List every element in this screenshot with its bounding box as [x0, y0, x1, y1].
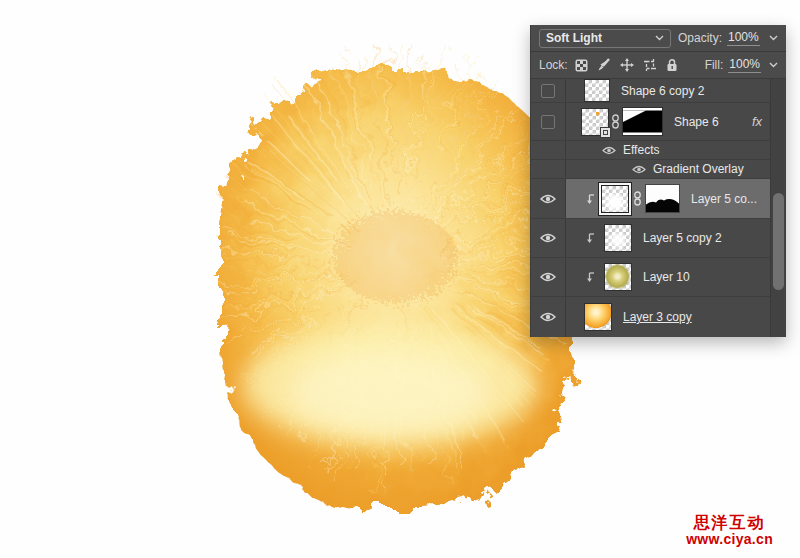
link-icon[interactable]: [611, 114, 620, 129]
clipping-mask-arrow-icon: [586, 193, 596, 205]
lock-artboard-icon[interactable]: [643, 58, 657, 72]
layers-panel: Soft Light Opacity: 100% Lock:: [530, 25, 786, 337]
layer-name[interactable]: Shape 6 copy 2: [621, 84, 704, 98]
lock-all-icon[interactable]: [666, 58, 678, 72]
layer-name[interactable]: Layer 5 copy 2: [643, 231, 722, 245]
watermark: 思洋互动 www.ciya.cn: [686, 515, 773, 547]
visibility-toggle[interactable]: [531, 219, 566, 257]
visibility-toggle[interactable]: [531, 179, 566, 218]
clipping-mask-arrow-icon: [586, 232, 596, 244]
thumbnail-content: [585, 304, 611, 330]
eye-icon: [540, 272, 556, 282]
lock-transparency-icon[interactable]: [575, 59, 588, 72]
hidden-layer-box: [541, 84, 555, 98]
clipping-mask-arrow-icon: [586, 271, 596, 283]
layer-row-layer3copy[interactable]: Layer 3 copy: [531, 297, 786, 337]
chevron-down-icon: [655, 35, 664, 41]
layer-mask-thumbnail[interactable]: [646, 185, 679, 212]
layer-row-shape6[interactable]: Shape 6 fx: [531, 103, 786, 141]
eye-icon: [540, 194, 556, 204]
hidden-layer-box: [541, 115, 555, 129]
layer-name[interactable]: Layer 10: [643, 270, 690, 284]
layer-row-layer10[interactable]: Layer 10: [531, 258, 786, 297]
effects-row[interactable]: Effects: [531, 141, 786, 160]
effect-eye-icon[interactable]: [632, 165, 646, 174]
eye-cell: [531, 141, 566, 159]
fill-value[interactable]: 100%: [728, 57, 761, 73]
opacity-label: Opacity:: [678, 31, 722, 45]
layer-thumbnail[interactable]: [605, 225, 631, 251]
effect-label[interactable]: Gradient Overlay: [653, 162, 744, 176]
layer-thumbnail[interactable]: [585, 80, 609, 101]
thumbnail-content: [602, 186, 628, 212]
effects-eye-icon[interactable]: [602, 146, 616, 155]
layers-list: Shape 6 copy 2: [531, 79, 786, 337]
scrollbar-thumb[interactable]: [773, 193, 784, 290]
layer-mask-thumbnail[interactable]: [623, 108, 662, 135]
watermark-text: 思洋互动: [686, 515, 773, 532]
layer-row-layer5copy2[interactable]: Layer 5 copy 2: [531, 219, 786, 258]
thumbnail-content: [605, 225, 631, 251]
layer-thumbnail[interactable]: [582, 109, 608, 135]
layer-name[interactable]: Layer 3 copy: [623, 310, 692, 324]
watermark-url: www.ciya.cn: [686, 532, 773, 547]
visibility-toggle[interactable]: [531, 103, 566, 140]
blend-mode-row: Soft Light Opacity: 100%: [531, 25, 786, 52]
thumbnail-content: [605, 264, 631, 290]
fill-chevron-icon[interactable]: [769, 62, 778, 68]
layer-row-shape6copy2[interactable]: Shape 6 copy 2: [531, 79, 786, 103]
visibility-toggle[interactable]: [531, 79, 566, 102]
fx-badge[interactable]: fx: [752, 114, 762, 129]
blend-mode-dropdown[interactable]: Soft Light: [539, 29, 671, 48]
canvas: Soft Light Opacity: 100% Lock:: [0, 0, 800, 558]
visibility-toggle[interactable]: [531, 258, 566, 296]
lock-fill-row: Lock:: [531, 52, 786, 79]
layer-row-layer5copy-selected[interactable]: Layer 5 co...: [531, 179, 786, 219]
lock-label: Lock:: [539, 58, 568, 72]
lock-pixels-icon[interactable]: [597, 58, 611, 72]
layer-thumbnail[interactable]: [605, 264, 631, 290]
scrollbar-track[interactable]: [770, 79, 786, 337]
fill-label: Fill:: [705, 58, 724, 72]
blend-mode-value: Soft Light: [546, 31, 602, 45]
eye-icon: [540, 312, 556, 322]
gradient-overlay-row[interactable]: Gradient Overlay: [531, 160, 786, 179]
effects-label[interactable]: Effects: [623, 143, 659, 157]
lock-position-icon[interactable]: [620, 58, 634, 72]
layer-name[interactable]: Shape 6: [674, 115, 719, 129]
layer-thumbnail[interactable]: [602, 186, 628, 212]
eye-cell: [531, 160, 566, 178]
layer-thumbnail[interactable]: [585, 304, 611, 330]
layer-name[interactable]: Layer 5 co...: [691, 192, 757, 206]
link-icon[interactable]: [633, 191, 642, 206]
vector-mask-badge-icon: [600, 127, 611, 138]
eye-icon: [540, 233, 556, 243]
visibility-toggle[interactable]: [531, 297, 566, 337]
opacity-chevron-icon[interactable]: [769, 35, 778, 41]
opacity-value[interactable]: 100%: [727, 30, 760, 46]
